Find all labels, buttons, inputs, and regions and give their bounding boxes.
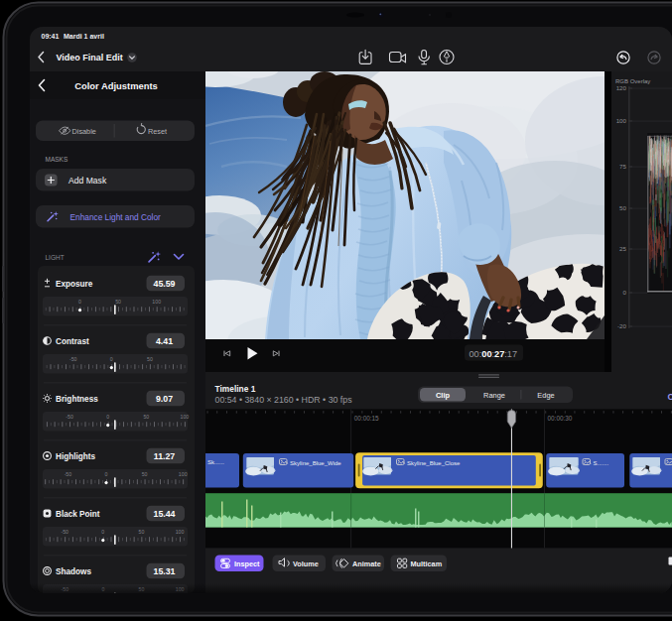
svg-text:0: 0 <box>105 471 108 477</box>
svg-text:Black Point: Black Point <box>56 510 100 519</box>
svg-text:15.31: 15.31 <box>153 566 175 576</box>
svg-text:Video Final Edit: Video Final Edit <box>57 53 123 62</box>
svg-text:0: 0 <box>110 356 113 362</box>
svg-text:45.59: 45.59 <box>153 279 175 289</box>
svg-text:0: 0 <box>623 289 627 296</box>
svg-text:Highlights: Highlights <box>56 452 95 461</box>
svg-text:50: 50 <box>142 471 148 477</box>
svg-text:Timeline 1: Timeline 1 <box>215 384 256 394</box>
svg-text:S.......: S....... <box>594 460 609 466</box>
svg-text:50: 50 <box>143 414 149 420</box>
svg-text:100: 100 <box>616 117 627 124</box>
svg-text:Inspect: Inspect <box>234 559 260 568</box>
svg-text:Multicam: Multicam <box>411 559 443 568</box>
svg-text:-50: -50 <box>61 529 68 535</box>
svg-text:00:00:27:17: 00:00:27:17 <box>470 349 518 359</box>
svg-text:4.41: 4.41 <box>156 336 173 346</box>
svg-text:09:41: 09:41 <box>42 33 60 40</box>
svg-text:15.44: 15.44 <box>153 509 175 519</box>
svg-text:50: 50 <box>115 299 121 305</box>
svg-text:Disable: Disable <box>72 127 96 136</box>
svg-text:00:54 • 3840 × 2160 • HDR • 30: 00:54 • 3840 × 2160 • HDR • 30 fps <box>215 395 353 405</box>
svg-text:Enhance Light and Color: Enhance Light and Color <box>70 212 162 222</box>
svg-text:11.27: 11.27 <box>154 451 176 461</box>
svg-text:120: 120 <box>616 84 627 91</box>
svg-text:Skyline_Blue_Wide: Skyline_Blue_Wide <box>290 460 341 466</box>
svg-text:00:00:15: 00:00:15 <box>354 415 379 422</box>
svg-text:00:00:30: 00:00:30 <box>548 415 573 422</box>
svg-text:Brightness: Brightness <box>56 395 98 404</box>
svg-text:100: 100 <box>176 529 185 535</box>
svg-text:MASKS: MASKS <box>46 156 68 163</box>
svg-text:100: 100 <box>179 471 188 477</box>
svg-text:Clip: Clip <box>436 391 450 400</box>
svg-text:75: 75 <box>619 163 626 170</box>
svg-text:Edge: Edge <box>537 391 554 400</box>
svg-text:100: 100 <box>152 299 161 305</box>
svg-text:Range: Range <box>483 391 505 400</box>
svg-text:Sk......: Sk...... <box>207 459 224 465</box>
svg-text:LIGHT: LIGHT <box>46 254 65 261</box>
svg-text:O: O <box>668 392 672 402</box>
svg-text:100: 100 <box>181 414 190 420</box>
svg-text:0: 0 <box>78 299 81 305</box>
svg-text:Add Mask: Add Mask <box>68 176 107 186</box>
svg-text:Animate: Animate <box>352 559 381 568</box>
svg-text:-50: -50 <box>66 414 73 420</box>
svg-text:-50: -50 <box>65 471 72 477</box>
svg-text:Volume: Volume <box>293 559 319 568</box>
svg-text:Contrast: Contrast <box>56 337 89 346</box>
svg-text:50: 50 <box>147 356 153 362</box>
svg-text:Reset: Reset <box>148 127 167 136</box>
svg-text:Color Adjustments: Color Adjustments <box>74 80 158 91</box>
svg-text:9.07: 9.07 <box>156 394 173 404</box>
svg-text:-20: -20 <box>617 322 627 329</box>
svg-text:Skyline_Blue_Close: Skyline_Blue_Close <box>407 460 461 466</box>
svg-text:25: 25 <box>619 245 626 252</box>
svg-text:0: 0 <box>101 529 104 535</box>
svg-text:50: 50 <box>619 204 626 211</box>
svg-text:-50: -50 <box>69 356 77 362</box>
svg-text:50: 50 <box>139 529 145 535</box>
svg-text:Exposure: Exposure <box>56 280 93 289</box>
svg-text:0: 0 <box>106 414 109 420</box>
svg-text:Shadows: Shadows <box>56 567 91 576</box>
svg-text:Mardi 1 avril: Mardi 1 avril <box>64 33 104 40</box>
